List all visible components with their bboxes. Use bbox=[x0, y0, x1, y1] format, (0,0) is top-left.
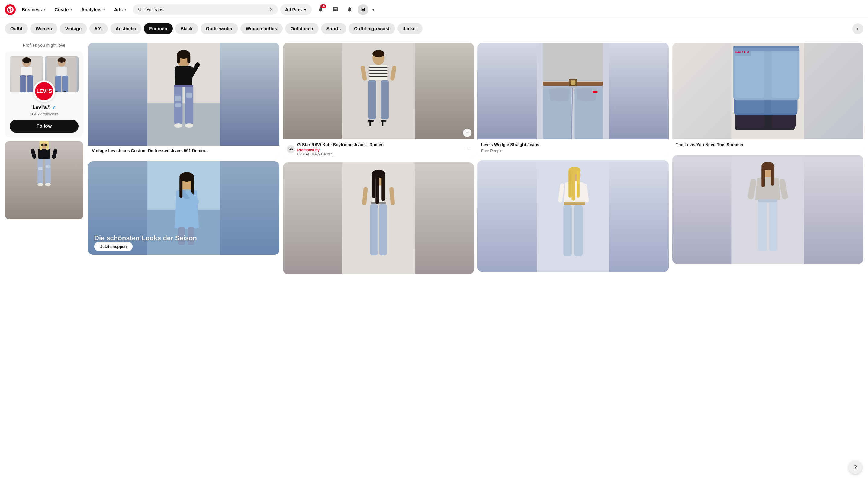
svg-rect-37 bbox=[175, 103, 181, 107]
promoted-avatar: GS bbox=[287, 145, 295, 153]
svg-rect-102 bbox=[571, 170, 575, 201]
pin-look-card[interactable]: Save bbox=[672, 155, 864, 264]
promoted-label: Promoted by bbox=[298, 148, 463, 152]
svg-rect-68 bbox=[369, 121, 371, 126]
all-pins-dropdown[interactable]: All Pins ▼ bbox=[280, 4, 312, 15]
pin-levis-summer[interactable]: LEVI'S Save The Levis You Need This Summ… bbox=[672, 43, 864, 152]
look-image bbox=[672, 155, 864, 264]
svg-point-40 bbox=[174, 124, 182, 128]
svg-rect-115 bbox=[771, 48, 799, 98]
svg-rect-90 bbox=[570, 80, 575, 85]
profile-avatar-levis: LEVI'S bbox=[33, 80, 55, 102]
search-icon bbox=[138, 7, 142, 12]
pill-women-outfits[interactable]: Women outfits bbox=[240, 23, 283, 34]
svg-rect-66 bbox=[368, 120, 374, 122]
promoted-more-icon[interactable]: ··· bbox=[466, 146, 470, 152]
notifications-button[interactable]: 96 bbox=[314, 3, 328, 16]
svg-rect-65 bbox=[381, 80, 389, 119]
clear-search-icon[interactable]: ✕ bbox=[269, 7, 273, 12]
pill-outfit-winter[interactable]: Outfit winter bbox=[200, 23, 238, 34]
pill-jacket[interactable]: Jacket bbox=[398, 23, 423, 34]
promoted-title: G-Star RAW Kate Boyfriend Jeans - Damen bbox=[298, 142, 463, 148]
promoted-source: G-STAR RAW Deutsc... bbox=[298, 152, 463, 156]
filter-next-button[interactable]: › bbox=[852, 23, 863, 34]
svg-rect-29 bbox=[44, 145, 45, 145]
svg-rect-119 bbox=[733, 46, 800, 48]
pin-ad-looks[interactable]: Die schönsten Looks der Saison Jetzt sho… bbox=[88, 161, 279, 255]
pin-title-vintage: Vintage Levi Jeans Custom Distressed Jea… bbox=[92, 148, 276, 154]
svg-point-23 bbox=[45, 183, 51, 186]
pins-grid: Save Vintage Levi Jeans Custom Distresse… bbox=[88, 43, 863, 274]
pin-vintage-jeans[interactable]: Save Vintage Levi Jeans Custom Distresse… bbox=[88, 43, 279, 158]
pill-for-men[interactable]: For men bbox=[144, 23, 173, 34]
nav-create[interactable]: Create ▼ bbox=[51, 4, 77, 14]
profiles-section-title: Profiles you might love bbox=[5, 43, 83, 48]
nav-analytics[interactable]: Analytics ▼ bbox=[78, 4, 109, 14]
pin-straight-jeans[interactable]: Save bbox=[283, 162, 474, 274]
svg-point-70 bbox=[372, 50, 384, 57]
vintage-jeans-image bbox=[88, 43, 279, 146]
person-figure bbox=[23, 141, 65, 214]
svg-rect-128 bbox=[762, 166, 765, 187]
nav-ads[interactable]: Ads ▼ bbox=[111, 4, 130, 14]
business-chevron-icon: ▼ bbox=[43, 8, 46, 11]
pill-outfit-men[interactable]: Outfit men bbox=[285, 23, 319, 34]
svg-rect-124 bbox=[758, 199, 777, 202]
pin-info-wedgie: Levi's Wedgie Straight Jeans Free People bbox=[477, 139, 669, 157]
svg-rect-114 bbox=[736, 48, 764, 98]
pin-gstar[interactable]: ⋯ Save GS G-Star RAW Kate Boyfriend Jean… bbox=[283, 43, 474, 159]
analytics-chevron-icon: ▼ bbox=[103, 8, 106, 11]
svg-rect-80 bbox=[372, 174, 375, 198]
svg-rect-36 bbox=[175, 96, 181, 101]
straight-jeans-image bbox=[283, 162, 474, 274]
pin-levis-wedgie[interactable]: Save Levi's Wedgie Straight Jeans Free P… bbox=[477, 43, 669, 157]
all-pins-chevron-icon: ▼ bbox=[304, 8, 307, 11]
nav-business[interactable]: Business ▼ bbox=[18, 4, 50, 14]
svg-rect-77 bbox=[370, 204, 378, 255]
svg-point-22 bbox=[37, 183, 43, 186]
pinterest-logo[interactable] bbox=[5, 4, 16, 15]
pin-info-summer: The Levis You Need This Summer bbox=[672, 139, 864, 152]
pin-info-vintage: Vintage Levi Jeans Custom Distressed Jea… bbox=[88, 146, 279, 158]
pill-black[interactable]: Black bbox=[175, 23, 198, 34]
svg-rect-81 bbox=[375, 174, 379, 204]
more-options-icon[interactable]: ⋯ bbox=[463, 129, 471, 137]
svg-rect-67 bbox=[381, 120, 386, 122]
svg-rect-16 bbox=[31, 149, 36, 159]
svg-rect-94 bbox=[593, 91, 597, 93]
pill-outfit[interactable]: Outfit bbox=[5, 23, 28, 34]
account-chevron[interactable]: ▼ bbox=[370, 3, 377, 16]
follow-button[interactable]: Follow bbox=[10, 120, 79, 132]
search-bar: ✕ bbox=[133, 4, 278, 15]
pin-source-wedgie: Free People bbox=[481, 149, 665, 153]
profile-card-secondary[interactable] bbox=[5, 141, 83, 220]
pill-shorts[interactable]: Shorts bbox=[321, 23, 346, 34]
ads-chevron-icon: ▼ bbox=[124, 8, 127, 11]
header-icons: 96 M ▼ bbox=[314, 3, 377, 16]
ad-cta-button[interactable]: Jetzt shoppen bbox=[94, 242, 132, 251]
svg-rect-129 bbox=[771, 166, 774, 186]
search-input[interactable] bbox=[145, 7, 267, 12]
svg-rect-63 bbox=[369, 76, 388, 77]
svg-point-41 bbox=[185, 124, 193, 128]
pill-vintage[interactable]: Vintage bbox=[60, 23, 87, 34]
verified-icon: ✓ bbox=[52, 105, 56, 110]
pin-light-jeans[interactable]: Save bbox=[477, 160, 669, 272]
alerts-button[interactable] bbox=[343, 3, 356, 16]
svg-rect-18 bbox=[37, 159, 43, 184]
svg-point-11 bbox=[58, 57, 65, 63]
messages-button[interactable] bbox=[329, 3, 342, 16]
light-jeans-image bbox=[477, 160, 669, 272]
levis-wedgie-image bbox=[477, 43, 669, 139]
pill-aesthetic[interactable]: Aesthetic bbox=[110, 23, 142, 34]
pill-outfit-high-waist[interactable]: Outfit high waist bbox=[348, 23, 395, 34]
pin-title-wedgie: Levi's Wedgie Straight Jeans bbox=[481, 142, 665, 148]
svg-rect-123 bbox=[769, 200, 777, 251]
svg-rect-2 bbox=[21, 67, 32, 75]
pill-women[interactable]: Women bbox=[30, 23, 57, 34]
svg-rect-35 bbox=[185, 85, 193, 124]
svg-rect-32 bbox=[147, 103, 220, 146]
user-avatar[interactable]: M bbox=[358, 4, 369, 15]
svg-point-5 bbox=[22, 57, 31, 63]
pill-501[interactable]: 501 bbox=[89, 23, 108, 34]
